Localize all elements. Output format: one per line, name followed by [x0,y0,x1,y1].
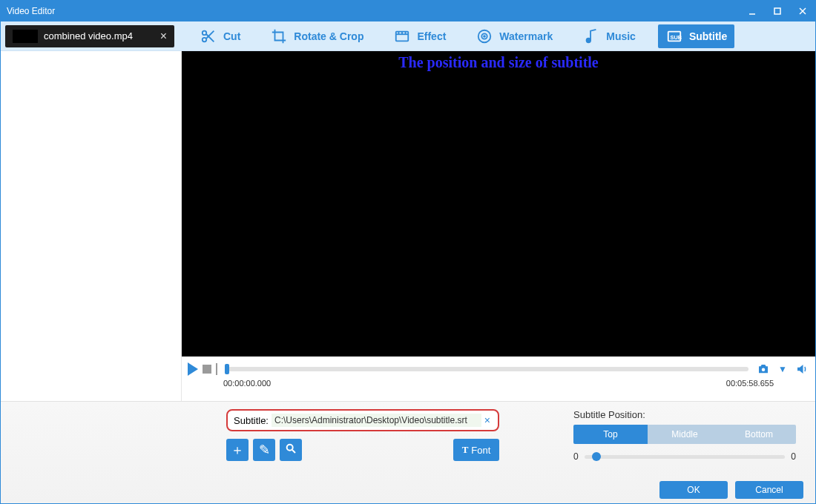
svg-point-5 [203,37,207,42]
sidebar [1,51,182,401]
bottom-panel: Subtitle: × ＋ ✎ T Font Subtitle Position… [1,401,815,503]
position-bottom-button[interactable]: Bottom [722,425,796,444]
snapshot-button[interactable] [756,362,771,377]
minimize-button[interactable] [740,1,765,21]
subtitle-path-box: Subtitle: × [226,409,499,431]
close-window-button[interactable] [790,1,815,21]
file-tab[interactable]: combined video.mp4 × [5,25,174,47]
tab-watermark[interactable]: Watermark [468,24,560,48]
time-end: 00:05:58.655 [726,379,774,388]
app-window: Video Editor combined video.mp4 × Cut Ro… [0,0,816,504]
svg-text:SUB: SUB [670,33,681,40]
tab-subtitle[interactable]: SUB Subtitle [658,24,734,48]
tab-effect-label: Effect [417,30,446,42]
play-button[interactable] [188,362,198,376]
top-strip: combined video.mp4 × Cut Rotate & Crop E… [1,21,815,51]
font-button[interactable]: T Font [453,439,499,461]
position-slider-min: 0 [573,451,579,462]
svg-rect-1 [774,8,780,14]
effect-icon [393,27,411,45]
tab-subtitle-label: Subtitle [689,30,727,42]
position-top-button[interactable]: Top [573,425,648,444]
edit-subtitle-button[interactable]: ✎ [253,439,275,461]
file-tab-close-icon[interactable]: × [154,30,167,43]
stop-icon [203,365,211,374]
window-title: Video Editor [7,6,55,16]
svg-point-19 [762,368,766,372]
position-marker [216,363,217,375]
tool-tabs: Cut Rotate & Crop Effect Watermark Music… [182,21,815,50]
svg-point-20 [287,444,293,450]
tab-cut[interactable]: Cut [192,24,248,48]
seek-handle[interactable] [225,364,229,374]
file-name: combined video.mp4 [44,30,133,42]
search-subtitle-button[interactable] [280,439,302,461]
maximize-button[interactable] [765,1,790,21]
subtitle-position-controls: Subtitle Position: Top Middle Bottom 0 0 [573,409,796,477]
tab-music-label: Music [606,30,636,42]
transport-bar: ▼ 00:00:00.000 00:05:58.655 [182,357,815,401]
position-slider[interactable] [585,455,786,459]
pencil-icon: ✎ [259,442,270,458]
video-preview: The position and size of subtitle [182,51,815,357]
subtitle-path-input[interactable] [272,414,481,427]
music-icon [582,27,600,45]
subtitle-position-label: Subtitle Position: [573,409,796,420]
watermark-icon [476,27,493,45]
file-thumbnail [13,30,38,43]
subtitle-controls: Subtitle: × ＋ ✎ T Font [226,409,499,477]
scissors-icon [200,27,217,45]
svg-point-15 [484,36,485,37]
subtitle-overlay: The position and size of subtitle [182,54,815,71]
position-slider-max: 0 [791,451,796,462]
tab-rotate-crop[interactable]: Rotate & Crop [263,24,371,48]
position-segmented: Top Middle Bottom [573,425,796,444]
time-start: 00:00:00.000 [223,379,271,388]
volume-button[interactable] [794,362,809,377]
tab-watermark-label: Watermark [499,30,553,42]
tab-effect[interactable]: Effect [386,24,453,48]
main-area: The position and size of subtitle ▼ 00:0… [1,51,815,401]
dialog-footer: OK Cancel [1,477,815,503]
font-t-icon: T [462,444,469,456]
search-icon [285,442,297,458]
tab-music[interactable]: Music [575,24,643,48]
position-middle-button[interactable]: Middle [648,425,722,444]
svg-line-21 [292,450,295,453]
svg-point-4 [203,30,207,35]
seek-slider[interactable] [225,367,748,371]
font-button-label: Font [471,445,490,456]
file-tab-area: combined video.mp4 × [1,21,182,50]
clear-subtitle-icon[interactable]: × [481,414,493,426]
tab-cut-label: Cut [223,30,240,42]
add-subtitle-button[interactable]: ＋ [226,439,249,461]
titlebar: Video Editor [1,1,815,21]
stop-button[interactable] [203,365,211,374]
plus-icon: ＋ [231,441,244,459]
player-column: The position and size of subtitle ▼ 00:0… [182,51,815,401]
ok-button[interactable]: OK [659,481,728,499]
subtitle-icon: SUB [665,27,683,45]
position-slider-knob[interactable] [592,452,601,461]
play-icon [188,362,198,376]
crop-icon [270,27,288,45]
tab-rotate-label: Rotate & Crop [294,30,363,42]
subtitle-label: Subtitle: [234,415,269,426]
chevron-down-icon[interactable]: ▼ [775,362,790,377]
cancel-button[interactable]: Cancel [735,481,803,499]
